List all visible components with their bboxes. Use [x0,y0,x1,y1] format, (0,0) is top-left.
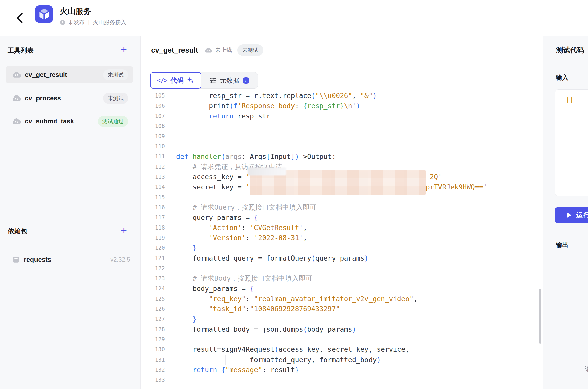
tool-name: cv_get_result [25,71,67,79]
sidebar-item-cv-get-result[interactable]: cv_get_result 未测试 [6,66,133,83]
code-line: 119 'Version': '2022-08-31', [141,233,543,243]
line-number: 121 [141,253,165,263]
package-icon [12,256,20,264]
tool-name: cv_submit_task [25,117,74,125]
line-number: 113 [141,172,165,182]
test-panel-header: 测试代码 [543,36,588,64]
code-line: 107 return resp_str [141,111,543,121]
dependency-item-requests[interactable]: requests v2.32.5 [6,251,133,268]
code-line: 111def handler(args: Args[Input])->Outpu… [141,152,543,162]
line-number: 111 [141,152,165,162]
clock-icon [60,20,65,25]
code-line: 128 formatted_body = json.dumps(body_par… [141,324,543,334]
code-line: 131 formatted_query, formatted_body) [141,355,543,365]
app-window: { "colors": { "accent": "#4d53e8", "pane… [0,0,588,389]
code-line: 126 "task_id":"10840692928769433297" [141,304,543,314]
line-number: 108 [141,121,165,131]
line-number: 131 [141,355,165,365]
code-line: 118 'Action': 'CVGetResult', [141,223,543,233]
app-subtitle-row: 未发布 | 火山服务接入 [60,19,126,26]
code-line: 116 # 请求Query，按照接口文档中填入即可 [141,202,543,212]
output-label: 输出 [556,241,568,249]
line-number: 109 [141,131,165,141]
code-line: 117 query_params = { [141,213,543,223]
line-number: 112 [141,162,165,172]
code-line: 110 [141,141,543,151]
code-line: 120 } [141,243,543,253]
cloud-code-icon [12,72,21,78]
code-line: 123 # 请求Body，按照接口文档中填入即可 [141,273,543,283]
line-number: 120 [141,243,165,253]
code-line: 132 return {"message": result} [141,365,543,375]
line-number: 122 [141,263,165,273]
subtitle-separator: | [87,20,90,25]
tool-header: cv_get_result 未上线 未测试 [141,36,543,64]
input-json-value: {} [566,96,573,103]
cube-icon [36,6,52,22]
redaction-blur-small [248,167,286,175]
tab-code[interactable]: </> 代码 [150,72,201,89]
sidebar: 工具列表 + cv_get_result 未测试 cv_process 未测试 … [0,36,141,389]
code-editor[interactable]: 105 resp_str = r.text.replace("\\u0026",… [141,89,543,389]
code-line: 108 [141,121,543,131]
divider [543,235,588,235]
test-panel: 测试代码 输入 {} 运行 输出 请 [543,36,588,389]
line-number: 115 [141,192,165,202]
line-number: 124 [141,284,165,294]
cloud-code-icon [12,118,21,124]
back-button[interactable] [14,11,26,25]
test-panel-title: 测试代码 [556,45,584,55]
line-number: 110 [141,141,165,151]
test-status-badge: 未测试 [237,44,263,56]
tab-metadata[interactable]: 元数据 i [201,72,258,88]
input-label: 输入 [556,73,568,82]
code-line: 127 } [141,314,543,324]
line-number: 129 [141,334,165,344]
service-source: 火山服务接入 [93,19,126,26]
line-number: 116 [141,202,165,212]
code-line: 125 "req_key": "realman_avatar_imitator_… [141,294,543,304]
test-input-editor[interactable]: {} [555,89,588,196]
main-panel: cv_get_result 未上线 未测试 </> 代码 [141,36,543,389]
vertical-scrollbar[interactable] [539,289,541,344]
line-number: 123 [141,273,165,283]
sidebar-item-cv-submit-task[interactable]: cv_submit_task 测试通过 [6,113,133,130]
info-icon[interactable]: i [243,77,249,84]
code-line: 124 body_params = { [141,284,543,294]
code-line: 133 [141,375,543,385]
add-tool-button[interactable]: + [119,45,129,55]
cloud-offline-icon [205,47,212,53]
chevron-left-icon [15,12,25,24]
code-line: 122 [141,263,543,273]
line-number: 106 [141,101,165,111]
sidebar-item-cv-process[interactable]: cv_process 未测试 [6,89,133,107]
line-number: 126 [141,304,165,314]
output-placeholder-clipped: 请 [585,365,588,373]
code-line: 105 resp_str = r.text.replace("\\u0026",… [141,91,543,101]
publish-status: 未发布 [68,19,85,26]
tool-list-title: 工具列表 [8,46,34,55]
line-number: 132 [141,365,165,375]
line-number: 133 [141,375,165,385]
editor-tabs: </> 代码 元数据 [150,72,258,89]
line-number: 117 [141,213,165,223]
line-number: 125 [141,294,165,304]
status-badge: 测试通过 [98,116,128,127]
run-button-label: 运行 [576,211,588,220]
line-number: 130 [141,344,165,354]
dependency-name: requests [24,256,51,264]
tool-title: cv_get_result [151,46,198,54]
sliders-icon [209,77,216,84]
app-logo-icon [35,5,53,23]
add-dependency-button[interactable]: + [119,226,129,236]
code-line: 109 [141,131,543,141]
line-number: 127 [141,314,165,324]
play-icon [567,212,572,218]
cloud-code-icon [12,95,21,101]
code-line: 130 result=signV4Request(access_key, sec… [141,344,543,354]
divider [0,217,141,217]
line-number: 107 [141,111,165,121]
sparkle-icon [187,77,194,84]
run-button[interactable]: 运行 [555,207,588,223]
top-header: 火山服务 未发布 | 火山服务接入 [0,0,588,36]
